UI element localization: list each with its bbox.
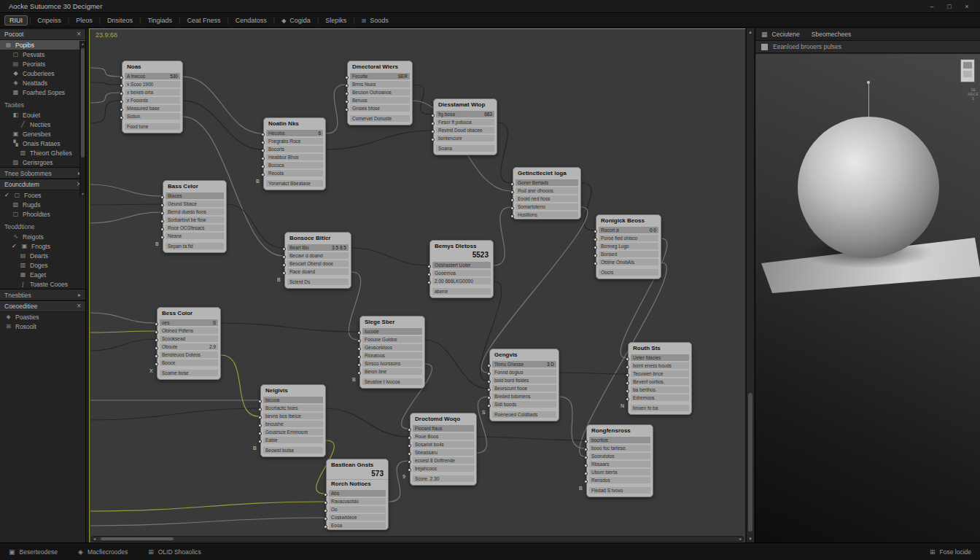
- node-bass-celor[interactable]: Bass CelorBlacesGeund SbaceBernd duedo f…: [163, 180, 227, 253]
- menu-item-pleos[interactable]: Pleos: [69, 15, 99, 26]
- input-port[interactable]: [357, 355, 361, 359]
- sidebar-item-gerisrgoes[interactable]: ▨Gerisrgoes: [0, 158, 85, 167]
- input-port[interactable]: [487, 380, 491, 384]
- sidebar-item-couberiees[interactable]: ◆Couberiees: [0, 69, 85, 78]
- scroll-left-icon[interactable]: ◂: [93, 537, 96, 542]
- scroll-down-icon[interactable]: ▾: [747, 536, 754, 542]
- node-gengvis[interactable]: GengvisTinnu Ghesse3 DFonnd dogiusboid b…: [489, 349, 559, 421]
- input-port[interactable]: [584, 448, 588, 451]
- input-port[interactable]: [431, 114, 435, 117]
- input-port[interactable]: [324, 525, 327, 529]
- input-port[interactable]: [357, 347, 361, 351]
- input-port[interactable]: [584, 440, 588, 443]
- menu-item-soods[interactable]: ⊞Soods: [355, 15, 395, 26]
- tab-materials[interactable]: Sbeomechees: [812, 31, 851, 38]
- minimize-button[interactable]: –: [923, 0, 941, 13]
- input-port[interactable]: [258, 440, 262, 443]
- input-port[interactable]: [261, 133, 265, 136]
- input-port[interactable]: [431, 130, 435, 133]
- sidebar-item-reigots[interactable]: ∿Reigots: [0, 232, 85, 241]
- 3d-viewport[interactable]: SE MECES: [755, 54, 980, 542]
- input-port[interactable]: [155, 362, 158, 366]
- input-port[interactable]: [160, 203, 164, 207]
- input-port[interactable]: [584, 464, 588, 467]
- input-port[interactable]: [431, 122, 435, 125]
- menu-item-ceat-fness[interactable]: Ceat Fness: [180, 15, 227, 26]
- input-port[interactable]: [427, 273, 431, 276]
- input-port[interactable]: [584, 456, 588, 459]
- canvas-hscrollbar[interactable]: ◂ ▸: [91, 536, 744, 542]
- input-port[interactable]: [594, 230, 597, 233]
- input-port[interactable]: [155, 338, 158, 342]
- sidebar-item-peoriats[interactable]: ▤Peoriats: [0, 59, 85, 69]
- input-port[interactable]: [345, 108, 349, 112]
- node-routh-sts[interactable]: Routh StsUeter fdaciesboint eness boudsT…: [628, 342, 692, 415]
- node-slege-sber[interactable]: Slege SberIucodeFoouoe GuidosGeuscektoos…: [359, 316, 425, 389]
- status-item-macfiecroodes[interactable]: ◈Macfiecroodes: [78, 548, 128, 556]
- input-port[interactable]: [594, 254, 597, 257]
- input-port[interactable]: [155, 322, 158, 326]
- sidebar-item-poasties[interactable]: ◈Poasties: [0, 312, 85, 322]
- scroll-right-icon[interactable]: ▸: [739, 537, 742, 542]
- scroll-down-icon[interactable]: ▾: [80, 191, 85, 197]
- input-port[interactable]: [594, 238, 597, 241]
- sidebar-item-toaste-cooes[interactable]: ʃToaste Cooes: [0, 279, 85, 289]
- input-port[interactable]: [324, 517, 327, 521]
- node-bonsoce-bitlcr[interactable]: Bonsoce BitlcrBeart Blu3.5 8.5Becavr d d…: [284, 232, 351, 289]
- close-button[interactable]: ×: [958, 0, 976, 13]
- input-port[interactable]: [510, 214, 514, 218]
- sidebar-scrollbar[interactable]: ▴ ▾: [79, 41, 85, 197]
- input-port[interactable]: [408, 452, 411, 456]
- node-rongfensross[interactable]: Rongfensrossbocrtiosbooo foc tartese.Soo…: [586, 424, 653, 497]
- canvas-vscrollbar[interactable]: ▴ ▾: [746, 28, 754, 542]
- input-port[interactable]: [487, 404, 491, 408]
- sidebar-item-doges[interactable]: ▥Doges: [0, 260, 85, 270]
- input-port[interactable]: [510, 182, 514, 186]
- input-port[interactable]: [357, 363, 361, 367]
- node-getinctleciet-loga[interactable]: Getinctleciet logaGoner BertadsRod arer …: [513, 167, 581, 219]
- input-port[interactable]: [324, 509, 327, 513]
- input-port[interactable]: [345, 84, 349, 88]
- sidebar-item-eaget[interactable]: ▦Eaget: [0, 270, 85, 279]
- node-graph-canvas[interactable]: 23.9:68 ◂ ▸ NoasA fnecos530x Scoo 1900x …: [89, 28, 745, 542]
- input-port[interactable]: [282, 271, 286, 275]
- sidebar-item-dearts[interactable]: ▤Dearts: [0, 251, 85, 260]
- input-port[interactable]: [487, 372, 491, 376]
- node-noatin-nks[interactable]: Noatin NksHecoba6Fnegrabs RoceBocortsHea…: [263, 117, 326, 190]
- sidebar-item-fnogts[interactable]: ✓▣Fnogts: [0, 241, 85, 251]
- input-port[interactable]: [345, 92, 349, 96]
- input-port[interactable]: [160, 236, 164, 239]
- input-port[interactable]: [427, 281, 431, 284]
- input-port[interactable]: [324, 493, 327, 497]
- 3d-view-subheader[interactable]: Eeanloed brooers pulses: [755, 41, 980, 53]
- input-port[interactable]: [626, 365, 629, 369]
- sidebar-item-neattads[interactable]: ◈Neattads: [0, 78, 85, 88]
- input-port[interactable]: [155, 354, 158, 358]
- input-port[interactable]: [160, 195, 164, 199]
- section-header-tnee-sobommes[interactable]: Tnee Sobommes▸: [0, 167, 85, 179]
- sidebar-item-popibs[interactable]: ▦Popibs: [0, 40, 85, 50]
- input-port[interactable]: [258, 400, 262, 403]
- input-port[interactable]: [510, 190, 514, 194]
- input-port[interactable]: [357, 331, 361, 335]
- sidebar-item-phooldtes[interactable]: ▢Phooldtes: [0, 209, 85, 219]
- close-icon[interactable]: ×: [77, 31, 81, 37]
- input-port[interactable]: [594, 262, 597, 265]
- input-port[interactable]: [626, 381, 629, 385]
- input-port[interactable]: [408, 444, 411, 448]
- menu-item-cnpeiss[interactable]: Cnpeiss: [31, 15, 68, 26]
- node-diesstamat-wiop[interactable]: Diesstamat Wiopfig bosa683Fesor ft poboo…: [433, 98, 497, 155]
- input-port[interactable]: [345, 76, 349, 79]
- tab-scene[interactable]: ▦ Ceciutene: [761, 31, 800, 38]
- status-item-beserteodese[interactable]: ▣Beserteodese: [9, 548, 58, 556]
- node-dmectoral-wiers[interactable]: Dmectoral WiersFecofleSERBrms NuosBecoon…: [347, 61, 413, 125]
- status-item-olid-shoaolics[interactable]: ⊞OLID Shoaolics: [148, 548, 201, 556]
- input-port[interactable]: [487, 388, 491, 392]
- panel-header-coeoeditiee[interactable]: Coeoeditiee×: [0, 300, 85, 312]
- input-port[interactable]: [510, 206, 514, 210]
- section-header-tnesbties[interactable]: Tnesbties▸: [0, 289, 85, 300]
- input-port[interactable]: [584, 480, 588, 483]
- menu-item-tingiads[interactable]: Tingiads: [141, 15, 179, 26]
- input-port[interactable]: [120, 76, 123, 79]
- input-port[interactable]: [487, 364, 491, 368]
